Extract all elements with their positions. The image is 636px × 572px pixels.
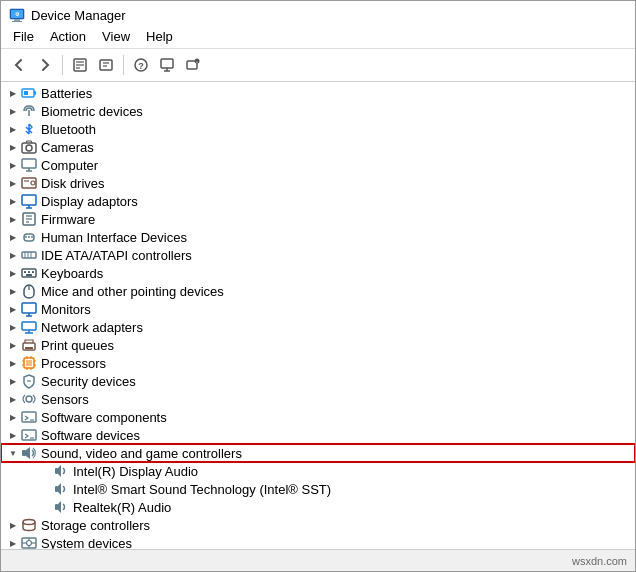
- menu-view[interactable]: View: [94, 27, 138, 46]
- svg-rect-3: [12, 21, 22, 22]
- tree-item-print[interactable]: ▶Print queues: [1, 336, 635, 354]
- title-bar-text: Device Manager: [31, 8, 126, 23]
- help-button[interactable]: ?: [129, 53, 153, 77]
- tree-toggle-ide[interactable]: ▶: [5, 247, 21, 263]
- mice-label: Mice and other pointing devices: [41, 284, 224, 299]
- biometric-icon: [21, 103, 37, 119]
- menu-action[interactable]: Action: [42, 27, 94, 46]
- tree-toggle-cameras[interactable]: ▶: [5, 139, 21, 155]
- svg-rect-29: [22, 178, 36, 188]
- bluetooth-label: Bluetooth: [41, 122, 96, 137]
- tree-toggle-hid[interactable]: ▶: [5, 229, 21, 245]
- tree-toggle-storage[interactable]: ▶: [5, 517, 21, 533]
- tree-item-sound[interactable]: ▼Sound, video and game controllers: [1, 444, 635, 462]
- tree-item-firmware[interactable]: ▶Firmware: [1, 210, 635, 228]
- display-icon: [21, 193, 37, 209]
- tree-item-display[interactable]: ▶Display adaptors: [1, 192, 635, 210]
- network-label: Network adapters: [41, 320, 143, 335]
- tree-item-audio_display[interactable]: Intel(R) Display Audio: [1, 462, 635, 480]
- tree-toggle-print[interactable]: ▶: [5, 337, 21, 353]
- tree-item-mice[interactable]: ▶Mice and other pointing devices: [1, 282, 635, 300]
- tree-item-monitors[interactable]: ▶Monitors: [1, 300, 635, 318]
- firmware-label: Firmware: [41, 212, 95, 227]
- tree-item-audio_smart[interactable]: Intel® Smart Sound Technology (Intel® SS…: [1, 480, 635, 498]
- sensors-icon: [21, 391, 37, 407]
- tree-item-storage[interactable]: ▶Storage controllers: [1, 516, 635, 534]
- tree-toggle-security[interactable]: ▶: [5, 373, 21, 389]
- svg-rect-79: [55, 486, 58, 492]
- tree-toggle-monitors[interactable]: ▶: [5, 301, 21, 317]
- tree-toggle-display[interactable]: ▶: [5, 193, 21, 209]
- update-driver-button[interactable]: [94, 53, 118, 77]
- back-button[interactable]: [7, 53, 31, 77]
- svg-rect-49: [28, 271, 30, 273]
- tree-item-cameras[interactable]: ▶Cameras: [1, 138, 635, 156]
- tree-toggle-processors[interactable]: ▶: [5, 355, 21, 371]
- svg-rect-43: [22, 252, 36, 258]
- software_comp-icon: [21, 409, 37, 425]
- tree-toggle-software_dev[interactable]: ▶: [5, 427, 21, 443]
- tree-toggle-mice[interactable]: ▶: [5, 283, 21, 299]
- tree-toggle-system[interactable]: ▶: [5, 535, 21, 549]
- display-label: Display adaptors: [41, 194, 138, 209]
- device-view-button[interactable]: [155, 53, 179, 77]
- svg-point-72: [26, 396, 32, 402]
- svg-rect-77: [22, 450, 26, 456]
- tree-toggle-computer[interactable]: ▶: [5, 157, 21, 173]
- tree-toggle-network[interactable]: ▶: [5, 319, 21, 335]
- tree-item-network[interactable]: ▶Network adapters: [1, 318, 635, 336]
- tree-toggle-biometric[interactable]: ▶: [5, 103, 21, 119]
- tree-item-computer[interactable]: ▶Computer: [1, 156, 635, 174]
- svg-rect-2: [14, 19, 20, 21]
- svg-point-83: [27, 541, 32, 546]
- hid-icon: [21, 229, 37, 245]
- keyboards-icon: [21, 265, 37, 281]
- tree-item-hid[interactable]: ▶Human Interface Devices: [1, 228, 635, 246]
- svg-point-40: [25, 236, 27, 238]
- tree-item-security[interactable]: ▶Security devices: [1, 372, 635, 390]
- tree-item-batteries[interactable]: ▶Batteries: [1, 84, 635, 102]
- monitors-icon: [21, 301, 37, 317]
- svg-rect-53: [22, 303, 36, 313]
- tree-item-keyboards[interactable]: ▶Keyboards: [1, 264, 635, 282]
- tree-item-bluetooth[interactable]: ▶Bluetooth: [1, 120, 635, 138]
- menu-file[interactable]: File: [5, 27, 42, 46]
- disk-icon: [21, 175, 37, 191]
- storage-icon: [21, 517, 37, 533]
- system-icon: [21, 535, 37, 549]
- sound-label: Sound, video and game controllers: [41, 446, 242, 461]
- tree-toggle-keyboards[interactable]: ▶: [5, 265, 21, 281]
- scan-button[interactable]: +: [181, 53, 205, 77]
- tree-item-biometric[interactable]: ▶Biometric devices: [1, 102, 635, 120]
- tree-toggle-sensors[interactable]: ▶: [5, 391, 21, 407]
- ide-label: IDE ATA/ATAPI controllers: [41, 248, 192, 263]
- tree-item-ide[interactable]: ▶IDE ATA/ATAPI controllers: [1, 246, 635, 264]
- tree-item-software_comp[interactable]: ▶Software components: [1, 408, 635, 426]
- audio_display-label: Intel(R) Display Audio: [73, 464, 198, 479]
- cameras-label: Cameras: [41, 140, 94, 155]
- toolbar: ? +: [1, 49, 635, 82]
- software_comp-label: Software components: [41, 410, 167, 425]
- biometric-label: Biometric devices: [41, 104, 143, 119]
- tree-toggle-sound[interactable]: ▼: [5, 445, 21, 461]
- tree-toggle-firmware[interactable]: ▶: [5, 211, 21, 227]
- device-manager-window: ⚙ Device Manager File Action View Help: [0, 0, 636, 572]
- tree-item-software_dev[interactable]: ▶Software devices: [1, 426, 635, 444]
- tree-toggle-software_comp[interactable]: ▶: [5, 409, 21, 425]
- tree-item-system[interactable]: ▶System devices: [1, 534, 635, 549]
- properties-button[interactable]: [68, 53, 92, 77]
- svg-rect-14: [161, 59, 173, 68]
- menu-help[interactable]: Help: [138, 27, 181, 46]
- tree-toggle-batteries[interactable]: ▶: [5, 85, 21, 101]
- tree-item-audio_realtek[interactable]: Realtek(R) Audio: [1, 498, 635, 516]
- tree-item-disk[interactable]: ▶Disk drives: [1, 174, 635, 192]
- tree-item-processors[interactable]: ▶Processors: [1, 354, 635, 372]
- tree-toggle-disk[interactable]: ▶: [5, 175, 21, 191]
- forward-button[interactable]: [33, 53, 57, 77]
- tree-toggle-bluetooth[interactable]: ▶: [5, 121, 21, 137]
- tree-item-sensors[interactable]: ▶Sensors: [1, 390, 635, 408]
- audio_realtek-icon: [53, 499, 69, 515]
- computer-icon: [21, 157, 37, 173]
- monitors-label: Monitors: [41, 302, 91, 317]
- device-tree[interactable]: ▶Batteries▶Biometric devices▶Bluetooth▶C…: [1, 82, 635, 549]
